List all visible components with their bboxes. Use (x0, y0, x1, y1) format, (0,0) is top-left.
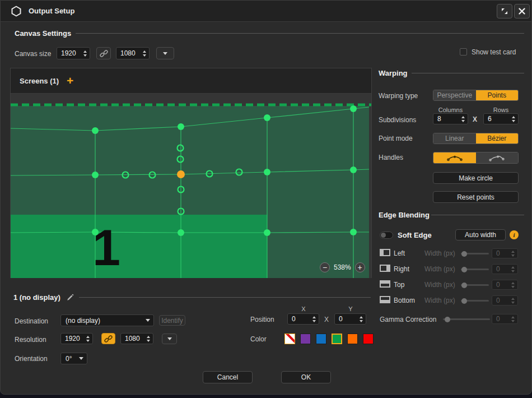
slider-knob[interactable] (461, 267, 467, 272)
destination-dropdown[interactable]: (no display) (60, 314, 154, 326)
orientation-label: Orientation (15, 355, 48, 363)
color-swatch-red[interactable] (363, 334, 374, 344)
gamma-slider[interactable] (443, 318, 490, 320)
edge-left-width-spinner[interactable]: 0 (492, 248, 518, 258)
warping-type-perspective[interactable]: Perspective (433, 90, 476, 100)
spinner-arrows[interactable] (141, 50, 149, 57)
rows-spinner[interactable]: 6 (483, 113, 519, 124)
color-swatch-purple[interactable] (300, 334, 311, 344)
slider-knob[interactable] (461, 283, 467, 288)
resolution-width-spinner[interactable]: 1920 (60, 333, 93, 344)
warp-mesh[interactable]: 1 (11, 94, 371, 278)
warp-point[interactable] (92, 229, 99, 235)
resolution-height-spinner[interactable]: 1080 (120, 333, 153, 344)
spinner-arrows[interactable] (510, 282, 517, 288)
slider-knob[interactable] (461, 298, 467, 304)
resolution-preset-dropdown[interactable] (162, 334, 177, 344)
warping-type-points[interactable]: Points (476, 90, 519, 100)
resolution-link-button[interactable] (101, 333, 115, 344)
orientation-dropdown[interactable]: 0° (60, 353, 87, 364)
spinner-arrows[interactable] (510, 251, 517, 257)
spinner-arrows[interactable] (510, 116, 518, 122)
edit-pencil-icon[interactable] (66, 294, 74, 302)
close-button[interactable] (514, 4, 530, 18)
edge-top-width-spinner[interactable]: 0 (492, 280, 518, 290)
edge-bottom-slider[interactable] (461, 300, 489, 302)
warp-point[interactable] (264, 114, 270, 121)
spinner-arrows[interactable] (510, 316, 517, 322)
warp-point[interactable] (178, 123, 184, 130)
warp-point[interactable] (350, 105, 357, 112)
chevron-down-icon (167, 337, 172, 340)
edge-bottom-width-spinner[interactable]: 0 (492, 295, 518, 306)
identify-button[interactable]: Identify (159, 315, 185, 326)
warp-point[interactable] (264, 229, 270, 236)
zoom-in-button[interactable]: + (355, 262, 365, 272)
canvas-height-spinner[interactable]: 1080 (116, 47, 150, 59)
handles-symmetric-button[interactable] (433, 152, 476, 163)
zoom-widget: − 538% + (320, 262, 365, 272)
edge-top-slider[interactable] (461, 284, 489, 286)
edge-right-width-spinner[interactable]: 0 (492, 264, 518, 274)
spinner-arrows[interactable] (145, 336, 153, 342)
info-icon[interactable]: i (510, 230, 519, 239)
handles-broken-button[interactable] (476, 152, 519, 163)
warping-heading: Warping (379, 69, 408, 77)
point-mode-label: Point mode (379, 135, 413, 142)
spinner-arrows[interactable] (358, 316, 366, 322)
edge-left-width-value: 0 (492, 249, 510, 257)
canvas-settings-heading: Canvas Settings (15, 29, 71, 38)
gamma-spinner[interactable]: 0 (492, 314, 518, 324)
spinner-arrows[interactable] (82, 50, 90, 57)
screen-number: 1 (92, 220, 120, 276)
add-screen-button[interactable]: + (67, 76, 73, 86)
warping-divider (412, 73, 524, 73)
cancel-button[interactable]: Cancel (203, 371, 253, 383)
spinner-arrows[interactable] (460, 116, 468, 122)
zoom-out-button[interactable]: − (320, 262, 330, 272)
selected-warp-point[interactable] (177, 170, 185, 178)
position-x-spinner[interactable]: 0 (287, 313, 319, 325)
edge-left-slider[interactable] (461, 253, 489, 254)
make-circle-button[interactable]: Make circle (433, 172, 519, 184)
canvas-size-link-button[interactable] (96, 47, 111, 59)
edge-top-width-label: Width (px) (424, 281, 455, 289)
show-test-card-checkbox[interactable] (460, 48, 467, 55)
warp-point[interactable] (178, 229, 184, 236)
edge-right-width-label: Width (px) (424, 265, 455, 273)
reset-points-button[interactable]: Reset points (433, 191, 519, 203)
warp-point[interactable] (350, 229, 357, 235)
maximize-button[interactable] (497, 4, 512, 18)
warp-point[interactable] (264, 169, 270, 175)
warp-point[interactable] (350, 166, 357, 173)
point-mode-bezier[interactable]: Bézier (476, 133, 519, 144)
canvas-size-preset-dropdown[interactable] (156, 47, 174, 59)
columns-spinner[interactable]: 8 (433, 113, 468, 124)
slider-knob[interactable] (461, 251, 467, 257)
spinner-arrows[interactable] (311, 316, 319, 322)
spinner-arrows[interactable] (85, 336, 92, 342)
position-y-spinner[interactable]: 0 (334, 313, 366, 325)
color-swatch-green[interactable] (332, 334, 342, 344)
subdivisions-separator: X (473, 115, 477, 123)
color-swatch-none[interactable] (284, 334, 295, 344)
soft-edge-toggle[interactable] (380, 232, 393, 239)
resolution-label: Resolution (15, 336, 46, 344)
edge-left-width-label: Width (px) (424, 249, 455, 257)
warp-point[interactable] (92, 172, 99, 178)
point-mode-linear[interactable]: Linear (433, 133, 476, 144)
position-separator: X (324, 316, 329, 323)
color-swatch-blue[interactable] (316, 334, 326, 344)
spinner-arrows[interactable] (510, 266, 517, 272)
warp-canvas[interactable]: 1 − 538% + (11, 94, 371, 278)
edge-right-slider[interactable] (461, 269, 489, 270)
canvas-width-spinner[interactable]: 1920 (57, 47, 90, 59)
canvas-settings-divider (76, 33, 524, 34)
auto-width-button[interactable]: Auto width (455, 229, 506, 240)
warp-point[interactable] (92, 127, 99, 134)
edge-bottom-icon (380, 296, 390, 303)
ok-button[interactable]: OK (281, 371, 331, 383)
slider-knob[interactable] (445, 317, 450, 322)
spinner-arrows[interactable] (510, 298, 517, 304)
color-swatch-orange[interactable] (347, 334, 358, 344)
